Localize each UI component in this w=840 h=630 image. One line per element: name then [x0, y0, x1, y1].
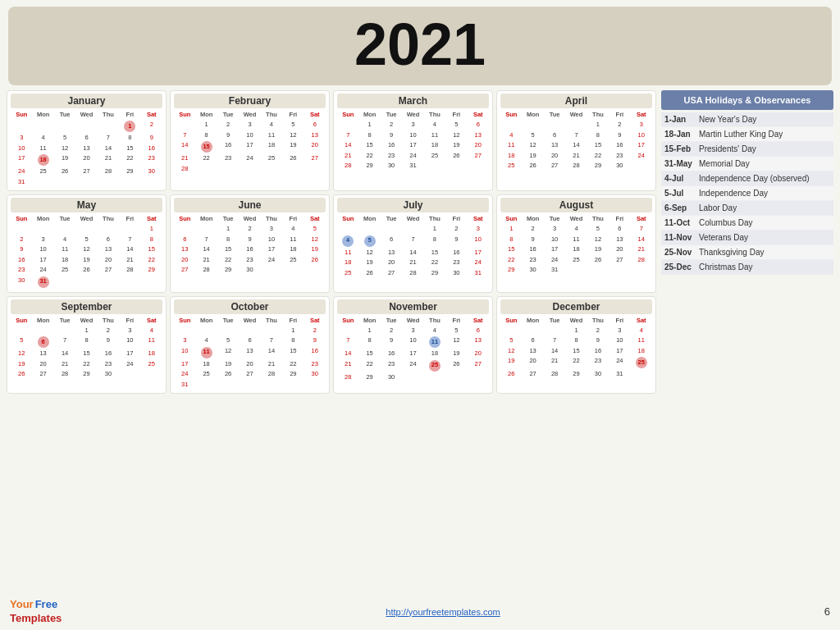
day-cell: 9: [11, 244, 32, 255]
day-cell: 15: [141, 244, 162, 255]
day-cell: 7: [174, 130, 195, 141]
day-cell: 8: [282, 336, 304, 346]
footer-url[interactable]: http://yourfreetemplates.com: [386, 607, 500, 617]
day-grid: 1234567891011121314151617181920212223242…: [500, 224, 652, 276]
day-cell: 24: [119, 359, 140, 370]
day-cell: 3: [32, 235, 53, 245]
day-cell: 24: [544, 255, 565, 266]
holiday-date: 31-May: [664, 159, 699, 168]
holiday-row: 4-JulIndependence Day (observed): [661, 171, 833, 186]
day-cell: 22: [565, 356, 587, 369]
day-cell: 26: [358, 268, 380, 279]
day-cell: 21: [631, 244, 652, 255]
day-cell: 5: [217, 336, 239, 346]
day-header-wed: Wed: [75, 316, 97, 325]
month-december: DecemberSunMonTueWedThuFriSat12345678910…: [496, 296, 656, 395]
day-cell: 17: [631, 140, 652, 151]
day-cell: 1: [195, 120, 217, 130]
day-cell: 6: [304, 120, 326, 130]
day-cell: 15: [217, 244, 239, 255]
day-cell: 19: [11, 359, 32, 370]
day-cell: 28: [337, 161, 358, 171]
day-cell: 9: [445, 235, 467, 248]
day-cell: 8: [141, 235, 162, 245]
day-cell: 2: [239, 224, 260, 235]
day-cell: 13: [381, 248, 402, 258]
day-cell: 14: [565, 140, 587, 151]
day-cell: 12: [587, 235, 609, 245]
day-cell: 21: [565, 151, 587, 162]
day-cell: 26: [282, 153, 304, 164]
day-cell: 7: [54, 336, 75, 349]
day-cell: 24: [631, 151, 652, 162]
day-cell: 25: [565, 255, 587, 266]
day-cell: 23: [522, 255, 543, 266]
day-header-thu: Thu: [424, 110, 445, 119]
day-cell: [119, 224, 140, 235]
day-header-sat: Sat: [141, 214, 162, 223]
day-header-fri: Fri: [282, 110, 304, 119]
day-cell: 10: [631, 130, 652, 141]
logo-templates: Templates: [10, 612, 62, 624]
day-cell: 14: [544, 346, 565, 357]
day-cell: 6: [522, 336, 543, 346]
day-cell: [304, 265, 326, 276]
day-cell: 31: [468, 268, 489, 279]
day-cell: 26: [304, 255, 326, 266]
day-cell: [98, 276, 119, 289]
day-cell: 17: [239, 140, 260, 153]
day-cell: 15: [282, 346, 304, 359]
day-cell: [217, 380, 239, 390]
day-header-fri: Fri: [445, 214, 467, 223]
day-grid: 1234567891011121314151617181920212223242…: [500, 120, 652, 171]
day-cell: 21: [195, 255, 217, 266]
day-header-fri: Fri: [282, 214, 304, 223]
day-cell: 13: [239, 346, 260, 359]
day-cell: 12: [358, 248, 380, 258]
day-cell: 4: [261, 120, 282, 130]
day-cell: 12: [445, 336, 467, 349]
day-cell: 7: [119, 235, 140, 245]
day-cell: 16: [381, 349, 402, 359]
month-october: OctoberSunMonTueWedThuFriSat123456789101…: [170, 296, 330, 395]
day-header-sat: Sat: [631, 110, 652, 119]
day-cell: 1: [565, 326, 587, 336]
day-cell: 10: [402, 130, 423, 141]
day-header-wed: Wed: [239, 110, 260, 119]
day-header-thu: Thu: [424, 316, 445, 325]
day-cell: 28: [119, 265, 140, 276]
day-cell: [381, 224, 402, 235]
day-cell: 29: [500, 265, 522, 276]
day-cell: 4: [54, 235, 75, 245]
day-cell: 7: [565, 130, 587, 141]
day-cell: 2: [141, 120, 162, 133]
day-cell: [587, 265, 609, 276]
day-header-tue: Tue: [544, 316, 565, 325]
day-cell: [119, 369, 140, 380]
day-header-mon: Mon: [522, 214, 543, 223]
day-cell: 16: [381, 140, 402, 151]
day-cell: 6: [174, 235, 195, 245]
day-cell: 27: [544, 161, 565, 171]
day-header-sun: Sun: [337, 214, 358, 223]
day-cell: 24: [11, 167, 32, 177]
day-cell: 6: [239, 336, 260, 346]
day-cell: 30: [381, 372, 402, 383]
day-cell: 11: [500, 140, 522, 151]
day-cell: 18: [500, 151, 522, 162]
footer-page: 6: [824, 605, 830, 618]
day-cell: 11: [424, 130, 445, 141]
day-cell: 2: [381, 326, 402, 336]
day-cell: 13: [174, 244, 195, 255]
day-cell: 31: [544, 265, 565, 276]
day-cell: 29: [358, 161, 380, 171]
day-grid: 1234567891011121314151617181920212223242…: [500, 326, 652, 380]
holiday-row: 25-DecChristmas Day: [661, 260, 833, 275]
day-header-thu: Thu: [261, 214, 282, 223]
day-cell: 7: [544, 336, 565, 346]
day-cell: 19: [217, 359, 239, 370]
day-cell: 23: [141, 153, 162, 167]
day-cell: 4: [282, 224, 304, 235]
day-cell: 17: [261, 244, 282, 255]
day-cell: 4: [631, 326, 652, 336]
